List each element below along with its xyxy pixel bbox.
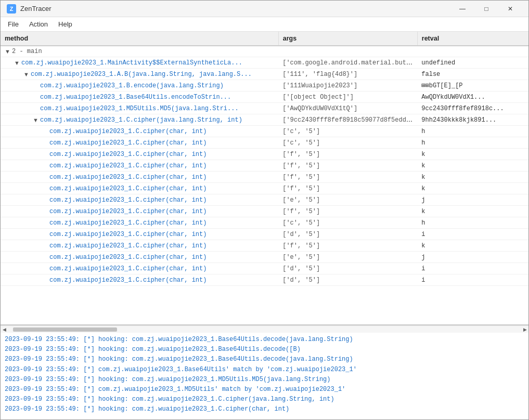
log-panel[interactable]: 2023-09-19 23:55:49: [*] hooking: com.zj… <box>1 333 528 419</box>
method-cell: com.zj.wuaipojie2023_1.C.cipher(char, in… <box>1 183 278 194</box>
method-name: com.zj.wuaipojie2023_1.MainActivity$$Ext… <box>21 59 242 67</box>
retval-cell: j <box>417 194 528 206</box>
window-title: ZenTracer <box>20 5 450 12</box>
method-name: com.zj.wuaipojie2023_1.C.cipher(char, in… <box>49 254 207 261</box>
menu-action[interactable]: Action <box>24 18 53 30</box>
retval-cell: i <box>417 263 528 274</box>
method-cell: ▼com.zj.wuaipojie2023_1.A.B(java.lang.St… <box>1 69 278 80</box>
scroll-thumb[interactable] <box>13 327 117 332</box>
table-row[interactable]: com.zj.wuaipojie2023_1.MD5Utils.MD5(java… <box>1 103 528 114</box>
args-cell: ['111', 'flag{4d8}'] <box>278 69 417 80</box>
tree-horizontal-scrollbar[interactable]: ◀ ▶ <box>1 325 528 333</box>
retval-cell: 9cc2430fff8fef8918c... <box>417 103 528 114</box>
retval-cell: h <box>417 217 528 229</box>
retval-cell <box>417 46 528 57</box>
method-cell: com.zj.wuaipojie2023_1.C.cipher(char, in… <box>1 263 278 274</box>
close-button[interactable]: ✕ <box>498 1 522 17</box>
retval-cell: false <box>417 69 528 80</box>
method-name: com.zj.wuaipojie2023_1.C.cipher(char, in… <box>49 139 207 147</box>
table-row[interactable]: ▼com.zj.wuaipojie2023_1.A.B(java.lang.St… <box>1 69 528 80</box>
table-row[interactable]: com.zj.wuaipojie2023_1.C.cipher(char, in… <box>1 160 528 172</box>
expand-icon[interactable]: ▼ <box>5 48 12 55</box>
args-cell: ['9cc2430fff8fef8918c59077d8f5eddb'... <box>278 114 417 126</box>
expand-icon[interactable]: ▼ <box>33 117 40 123</box>
table-row[interactable]: com.zj.wuaipojie2023_1.Base64Utils.encod… <box>1 91 528 103</box>
table-row[interactable]: com.zj.wuaipojie2023_1.C.cipher(char, in… <box>1 263 528 274</box>
method-name: com.zj.wuaipojie2023_1.C.cipher(char, in… <box>49 277 207 284</box>
menu-file[interactable]: File <box>3 18 24 30</box>
scroll-right-arrow[interactable]: ▶ <box>521 326 528 333</box>
table-row[interactable]: com.zj.wuaipojie2023_1.C.cipher(char, in… <box>1 252 528 263</box>
scroll-track[interactable] <box>8 327 521 332</box>
method-cell: com.zj.wuaipojie2023_1.C.cipher(char, in… <box>1 229 278 240</box>
method-name: com.zj.wuaipojie2023_1.C.cipher(java.lan… <box>40 116 242 124</box>
retval-cell: i <box>417 229 528 240</box>
main-window: Z ZenTracer — □ ✕ File Action Help metho… <box>0 0 529 420</box>
table-row[interactable]: com.zj.wuaipojie2023_1.C.cipher(char, in… <box>1 240 528 252</box>
table-row[interactable]: com.zj.wuaipojie2023_1.C.cipher(char, in… <box>1 172 528 183</box>
table-row[interactable]: com.zj.wuaipojie2023_1.C.cipher(char, in… <box>1 206 528 217</box>
args-cell: ['AwQDYkdUW0VdX1tQ'] <box>278 103 417 114</box>
menu-help[interactable]: Help <box>53 18 78 30</box>
log-line: 2023-09-19 23:55:49: [*] hooking: com.zj… <box>5 345 524 355</box>
method-name: 2 - main <box>12 48 42 55</box>
method-cell: ▼com.zj.wuaipojie2023_1.MainActivity$$Ex… <box>1 57 278 69</box>
log-line: 2023-09-19 23:55:49: [*] hooking: com.zj… <box>5 355 524 364</box>
log-line: 2023-09-19 23:55:49: [*] com.zj.wuaipoji… <box>5 385 524 395</box>
expand-icon[interactable]: ▼ <box>14 60 21 66</box>
retval-cell: j <box>417 252 528 263</box>
method-cell: com.zj.wuaipojie2023_1.MD5Utils.MD5(java… <box>1 103 278 114</box>
table-row[interactable]: ▼com.zj.wuaipojie2023_1.MainActivity$$Ex… <box>1 57 528 69</box>
method-cell: com.zj.wuaipojie2023_1.C.cipher(char, in… <box>1 172 278 183</box>
args-cell: ['e', '5'] <box>278 252 417 263</box>
retval-cell: h <box>417 137 528 149</box>
args-cell: ['f', '5'] <box>278 149 417 160</box>
method-cell: com.zj.wuaipojie2023_1.C.cipher(char, in… <box>1 126 278 137</box>
args-cell: ['com.google.android.material.button.... <box>278 57 417 69</box>
menu-bar: File Action Help <box>1 17 528 32</box>
table-row[interactable]: com.zj.wuaipojie2023_1.C.cipher(char, in… <box>1 274 528 286</box>
method-name: com.zj.wuaipojie2023_1.C.cipher(char, in… <box>49 242 207 250</box>
method-name: com.zj.wuaipojie2023_1.C.cipher(char, in… <box>49 162 207 169</box>
table-row[interactable]: ▼2 - main <box>1 46 528 57</box>
method-name: com.zj.wuaipojie2023_1.C.cipher(char, in… <box>49 128 207 135</box>
col-header-method: method <box>1 32 278 46</box>
scroll-left-arrow[interactable]: ◀ <box>1 326 8 333</box>
method-table: method args retval ▼2 - main▼com.zj.wuai… <box>1 32 528 286</box>
args-cell: ['f', '5'] <box>278 240 417 252</box>
expand-icon[interactable]: ▼ <box>23 71 31 77</box>
args-cell: ['c', '5'] <box>278 126 417 137</box>
table-row[interactable]: com.zj.wuaipojie2023_1.C.cipher(char, in… <box>1 194 528 206</box>
table-row[interactable]: com.zj.wuaipojie2023_1.C.cipher(char, in… <box>1 126 528 137</box>
maximize-button[interactable]: □ <box>474 1 498 17</box>
retval-cell: h <box>417 126 528 137</box>
retval-cell: AwQDYkdUW0VdX1... <box>417 91 528 103</box>
retval-cell: k <box>417 160 528 172</box>
method-cell: ▼com.zj.wuaipojie2023_1.C.cipher(java.la… <box>1 114 278 126</box>
args-cell: ['d', '5'] <box>278 263 417 274</box>
method-cell: com.zj.wuaipojie2023_1.C.cipher(char, in… <box>1 160 278 172</box>
table-row[interactable]: com.zj.wuaipojie2023_1.C.cipher(char, in… <box>1 137 528 149</box>
table-row[interactable]: ▼com.zj.wuaipojie2023_1.C.cipher(java.la… <box>1 114 528 126</box>
minimize-button[interactable]: — <box>450 1 474 17</box>
tree-panel[interactable]: method args retval ▼2 - main▼com.zj.wuai… <box>1 32 528 325</box>
method-cell: com.zj.wuaipojie2023_1.C.cipher(char, in… <box>1 206 278 217</box>
method-name: com.zj.wuaipojie2023_1.C.cipher(char, in… <box>49 265 207 272</box>
args-cell: ['f', '5'] <box>278 183 417 194</box>
method-cell: com.zj.wuaipojie2023_1.C.cipher(char, in… <box>1 240 278 252</box>
retval-cell: ⊞⊞bGT[E]_[P <box>417 80 528 91</box>
table-row[interactable]: com.zj.wuaipojie2023_1.C.cipher(char, in… <box>1 149 528 160</box>
table-row[interactable]: com.zj.wuaipojie2023_1.C.cipher(char, in… <box>1 229 528 240</box>
method-name: com.zj.wuaipojie2023_1.C.cipher(char, in… <box>49 174 207 181</box>
args-cell: ['f', '5'] <box>278 206 417 217</box>
main-content: method args retval ▼2 - main▼com.zj.wuai… <box>1 32 528 419</box>
method-cell: com.zj.wuaipojie2023_1.C.cipher(char, in… <box>1 217 278 229</box>
retval-cell: k <box>417 172 528 183</box>
method-name: com.zj.wuaipojie2023_1.C.cipher(char, in… <box>49 151 207 158</box>
retval-cell: k <box>417 183 528 194</box>
table-row[interactable]: com.zj.wuaipojie2023_1.C.cipher(char, in… <box>1 217 528 229</box>
method-name: com.zj.wuaipojie2023_1.A.B(java.lang.Str… <box>31 71 252 78</box>
table-row[interactable]: com.zj.wuaipojie2023_1.B.encode(java.lan… <box>1 80 528 91</box>
args-cell <box>278 46 417 57</box>
table-row[interactable]: com.zj.wuaipojie2023_1.C.cipher(char, in… <box>1 183 528 194</box>
